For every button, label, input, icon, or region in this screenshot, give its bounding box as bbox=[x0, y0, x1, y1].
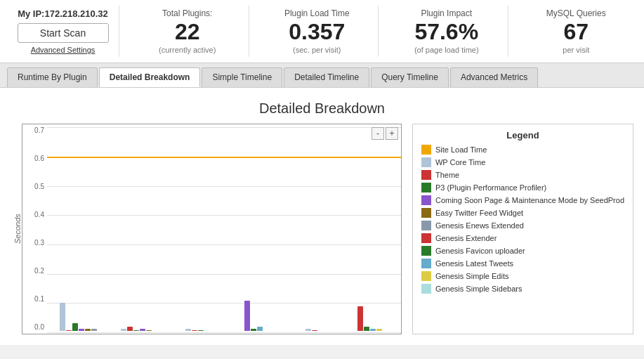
stat-load-time: Plugin Load Time 0.357 (sec. per visit) bbox=[256, 6, 379, 57]
legend-color-swatch bbox=[421, 246, 431, 256]
bar bbox=[192, 330, 197, 331]
stat-mysql-queries-value: 67 bbox=[563, 20, 589, 44]
bar bbox=[364, 327, 369, 331]
tab-simple-timeline[interactable]: Simple Timeline bbox=[202, 67, 282, 87]
legend-item-label: Theme bbox=[435, 171, 459, 179]
legend-color-swatch bbox=[421, 233, 431, 243]
legend-color-swatch bbox=[421, 259, 431, 268]
legend-title: Legend bbox=[421, 130, 624, 141]
tab-runtime-by-plugin[interactable]: Runtime By Plugin bbox=[7, 67, 98, 87]
stat-total-plugins-label: Total Plugins: bbox=[162, 8, 212, 18]
stat-load-time-label: Plugin Load Time bbox=[284, 8, 350, 18]
bar bbox=[146, 330, 152, 331]
stat-total-plugins: Total Plugins: 22 (currently active) bbox=[126, 6, 249, 57]
chart-with-axis: 0.00.10.20.30.40.50.60.7 - + bbox=[22, 124, 402, 334]
tabs-bar: Runtime By Plugin Detailed Breakdown Sim… bbox=[0, 63, 644, 88]
chart-controls: - + bbox=[372, 127, 398, 140]
legend-color-swatch bbox=[421, 157, 431, 167]
bar bbox=[370, 329, 376, 331]
bar-group bbox=[166, 127, 223, 331]
chart-title: Detailed Breakdown bbox=[11, 100, 633, 117]
bar bbox=[121, 329, 126, 331]
bar bbox=[60, 303, 65, 332]
legend-item: Genesis Enews Extended bbox=[421, 221, 624, 230]
legend-item-label: Genesis Extender bbox=[435, 234, 497, 242]
stat-load-time-sub: (sec. per visit) bbox=[293, 46, 341, 54]
legend-item: P3 (Plugin Performance Profiler) bbox=[421, 183, 624, 192]
bar-group bbox=[284, 127, 340, 331]
legend-item: Theme bbox=[421, 170, 624, 180]
legend-item-label: Coming Soon Page & Maintenance Mode by S… bbox=[435, 196, 624, 204]
stat-total-plugins-sub: (currently active) bbox=[159, 46, 216, 54]
legend-color-swatch bbox=[421, 145, 431, 155]
bar-group bbox=[108, 127, 164, 331]
y-ticks: 0.00.10.20.30.40.50.60.7 bbox=[22, 124, 47, 334]
legend-item-label: Genesis Simple Sidebars bbox=[435, 285, 523, 293]
legend-color-swatch bbox=[421, 170, 431, 180]
bar bbox=[133, 330, 139, 331]
legend-item-label: Site Load Time bbox=[435, 145, 487, 154]
bar bbox=[85, 329, 91, 331]
bar bbox=[198, 330, 204, 331]
bar bbox=[91, 329, 97, 331]
start-scan-button[interactable]: Start Scan bbox=[18, 23, 109, 43]
legend-item-label: Genesis Latest Tweets bbox=[435, 259, 513, 268]
legend-item: Coming Soon Page & Maintenance Mode by S… bbox=[421, 195, 624, 205]
legend-item: Genesis Favicon uploader bbox=[421, 246, 624, 256]
tab-query-timeline[interactable]: Query Timeline bbox=[371, 67, 449, 87]
tab-detailed-breakdown[interactable]: Detailed Breakdown bbox=[99, 67, 201, 87]
stat-load-time-value: 0.357 bbox=[289, 20, 345, 44]
legend-color-swatch bbox=[421, 284, 431, 294]
y-tick: 0.4 bbox=[22, 211, 47, 218]
bar bbox=[185, 329, 191, 331]
bar bbox=[72, 323, 78, 332]
y-tick: 0.1 bbox=[22, 296, 47, 303]
stat-plugin-impact: Plugin Impact 57.6% (of page load time) bbox=[386, 6, 508, 57]
legend-item: Easy Twitter Feed Widget bbox=[421, 208, 624, 218]
my-ip-section: My IP:172.218.210.32 Start Scan Advanced… bbox=[7, 6, 119, 57]
bar bbox=[140, 329, 145, 331]
legend-item: Genesis Latest Tweets bbox=[421, 259, 624, 268]
my-ip-value: 172.218.210.32 bbox=[44, 8, 107, 19]
stat-mysql-queries-sub: per visit bbox=[563, 46, 589, 54]
tab-detailed-timeline[interactable]: Detailed Timeline bbox=[284, 67, 369, 87]
my-ip-display: My IP:172.218.210.32 bbox=[18, 8, 108, 19]
bar bbox=[251, 329, 256, 331]
legend-item: WP Core Time bbox=[421, 157, 624, 167]
bar bbox=[244, 301, 250, 332]
legend-item-label: Genesis Enews Extended bbox=[435, 221, 524, 230]
zoom-in-button[interactable]: + bbox=[386, 127, 398, 140]
stat-mysql-queries: MySQL Queries 67 per visit bbox=[515, 6, 638, 57]
bar bbox=[312, 330, 317, 331]
stat-mysql-queries-label: MySQL Queries bbox=[546, 8, 606, 18]
legend-item-label: P3 (Plugin Performance Profiler) bbox=[435, 183, 546, 192]
legend-box: Legend Site Load TimeWP Core TimeThemeP3… bbox=[412, 124, 633, 334]
legend-item: Genesis Simple Sidebars bbox=[421, 284, 624, 294]
legend-color-swatch bbox=[421, 195, 431, 205]
tab-advanced-metrics[interactable]: Advanced Metrics bbox=[450, 67, 538, 87]
stat-plugin-impact-value: 57.6% bbox=[414, 20, 478, 44]
legend-item: Genesis Extender bbox=[421, 233, 624, 243]
y-tick: 0.0 bbox=[22, 324, 47, 331]
zoom-out-button[interactable]: - bbox=[372, 127, 384, 140]
bar bbox=[79, 329, 84, 331]
legend-item: Genesis Simple Edits bbox=[421, 271, 624, 281]
legend-item: Site Load Time bbox=[421, 145, 624, 155]
chart-wrapper: Seconds 0.00.10.20.30.40.50.60.7 - + bbox=[11, 124, 633, 334]
y-tick: 0.2 bbox=[22, 268, 47, 275]
legend-item-label: Genesis Simple Edits bbox=[435, 272, 509, 280]
y-tick: 0.5 bbox=[22, 183, 47, 190]
bar bbox=[305, 329, 311, 331]
y-tick: 0.6 bbox=[22, 155, 47, 162]
advanced-settings-link[interactable]: Advanced Settings bbox=[31, 46, 96, 54]
bar bbox=[127, 327, 133, 331]
y-tick: 0.3 bbox=[22, 240, 47, 247]
legend-color-swatch bbox=[421, 208, 431, 218]
bar bbox=[357, 306, 363, 331]
bar bbox=[66, 330, 72, 331]
legend-color-swatch bbox=[421, 221, 431, 230]
bar bbox=[376, 329, 382, 331]
chart-container: 0.00.10.20.30.40.50.60.7 - + bbox=[22, 124, 402, 334]
bar-group bbox=[50, 127, 106, 331]
legend-color-swatch bbox=[421, 271, 431, 281]
